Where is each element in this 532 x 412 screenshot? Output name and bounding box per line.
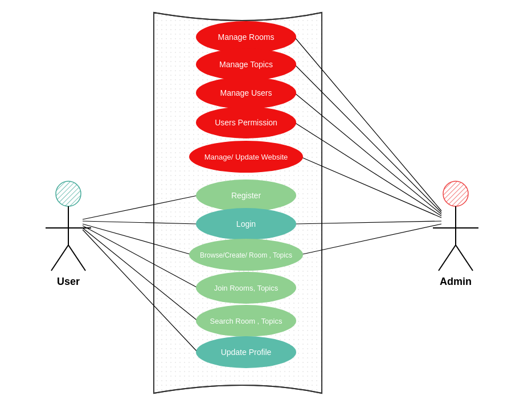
uc-join-rooms-label: Join Rooms, Topics: [214, 284, 279, 292]
admin-left-leg: [439, 245, 456, 271]
uc-update-profile-label: Update Profile: [221, 348, 272, 357]
uc-users-permission-label: Users Permission: [215, 118, 277, 127]
uc-manage-topics-label: Manage Topics: [219, 60, 273, 69]
uc-manage-update-website-label: Manage/ Update Website: [204, 153, 288, 161]
user-right-leg: [68, 245, 85, 271]
use-case-diagram: Manage Rooms Manage Topics Manage Users …: [0, 0, 532, 412]
uc-register-label: Register: [231, 191, 261, 200]
user-label: User: [57, 276, 80, 287]
admin-label: Admin: [440, 276, 472, 287]
admin-right-leg: [456, 245, 473, 271]
uc-login-label: Login: [236, 219, 256, 229]
uc-manage-rooms-label: Manage Rooms: [218, 32, 275, 42]
diagram-svg: Manage Rooms Manage Topics Manage Users …: [0, 0, 532, 412]
user-left-leg: [51, 245, 68, 271]
user-head: [56, 181, 81, 206]
uc-browse-create-label: Browse/Create/ Room , Topics: [200, 251, 292, 259]
uc-search-room-label: Search Room , Topics: [210, 317, 283, 325]
uc-manage-users-label: Manage Users: [220, 88, 272, 97]
admin-head: [443, 181, 468, 206]
